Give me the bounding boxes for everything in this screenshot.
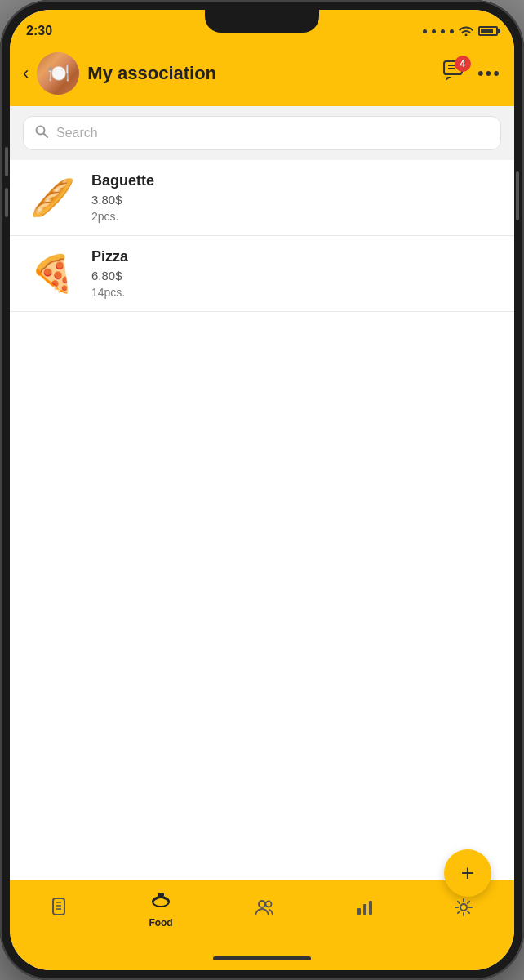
avatar-image <box>37 52 79 95</box>
pizza-price: 6.80$ <box>91 269 128 283</box>
svg-point-12 <box>265 902 271 907</box>
pizza-quantity: 14pcs. <box>91 286 128 299</box>
svg-rect-15 <box>369 901 372 915</box>
food-nav-label: Food <box>149 917 172 929</box>
home-bar <box>213 956 311 960</box>
signal-dot-3 <box>441 29 445 33</box>
back-button[interactable]: ‹ <box>23 63 29 84</box>
pizza-name: Pizza <box>91 248 128 265</box>
search-placeholder: Search <box>56 126 98 140</box>
baguette-quantity: 2pcs. <box>91 210 154 223</box>
bottom-nav: Food <box>10 880 514 946</box>
svg-rect-13 <box>357 908 361 915</box>
stats-icon <box>356 898 374 921</box>
notch <box>205 10 319 33</box>
notification-wrapper[interactable]: 4 <box>443 60 466 87</box>
status-time: 2:30 <box>26 24 52 38</box>
svg-point-11 <box>259 901 265 907</box>
header-left: ‹ My association <box>23 52 216 95</box>
phone-frame: 2:30 ‹ <box>0 0 524 980</box>
pizza-emoji: 🍕 <box>26 247 78 300</box>
baguette-info: Baguette 3.80$ 2pcs. <box>91 172 154 223</box>
svg-line-4 <box>44 134 48 138</box>
baguette-price: 3.80$ <box>91 193 154 207</box>
header-right: 4 ••• <box>443 60 501 87</box>
svg-rect-14 <box>363 904 366 915</box>
signal-dot-2 <box>432 29 436 33</box>
search-icon <box>35 125 48 141</box>
home-indicator <box>10 946 514 970</box>
phone-screen: 2:30 ‹ <box>10 10 514 970</box>
signal-dot-1 <box>423 29 427 33</box>
header: ‹ My association 4 <box>10 46 514 106</box>
battery-icon <box>478 26 498 36</box>
baguette-name: Baguette <box>91 172 154 189</box>
nav-item-people[interactable] <box>254 898 275 921</box>
food-icon <box>150 892 171 915</box>
content: Search 🥖 Baguette 3.80$ 2pcs. 🍕 Pizza <box>10 106 514 880</box>
nav-item-stats[interactable] <box>356 898 374 921</box>
baguette-emoji: 🥖 <box>26 172 78 224</box>
svg-rect-5 <box>53 898 64 915</box>
search-container: Search <box>10 106 514 160</box>
avatar <box>37 52 79 95</box>
notification-badge: 4 <box>455 56 471 72</box>
svg-point-16 <box>460 904 467 911</box>
food-list: 🥖 Baguette 3.80$ 2pcs. 🍕 Pizza 6.80$ 14p… <box>10 160 514 880</box>
wifi-icon <box>459 24 473 38</box>
list-item[interactable]: 🍕 Pizza 6.80$ 14pcs. <box>10 236 514 312</box>
list-item[interactable]: 🥖 Baguette 3.80$ 2pcs. <box>10 160 514 236</box>
more-icon[interactable]: ••• <box>477 63 501 84</box>
settings-icon <box>454 898 473 922</box>
search-bar[interactable]: Search <box>23 116 501 150</box>
signal-dot-4 <box>450 29 454 33</box>
nav-item-drink[interactable] <box>50 897 68 923</box>
header-title: My association <box>87 63 216 84</box>
pizza-info: Pizza 6.80$ 14pcs. <box>91 248 128 299</box>
people-icon <box>254 898 275 921</box>
nav-item-settings[interactable] <box>454 898 473 922</box>
nav-item-food[interactable]: Food <box>149 892 172 929</box>
svg-rect-10 <box>158 893 164 897</box>
status-icons <box>423 24 498 38</box>
drink-icon <box>50 897 68 923</box>
